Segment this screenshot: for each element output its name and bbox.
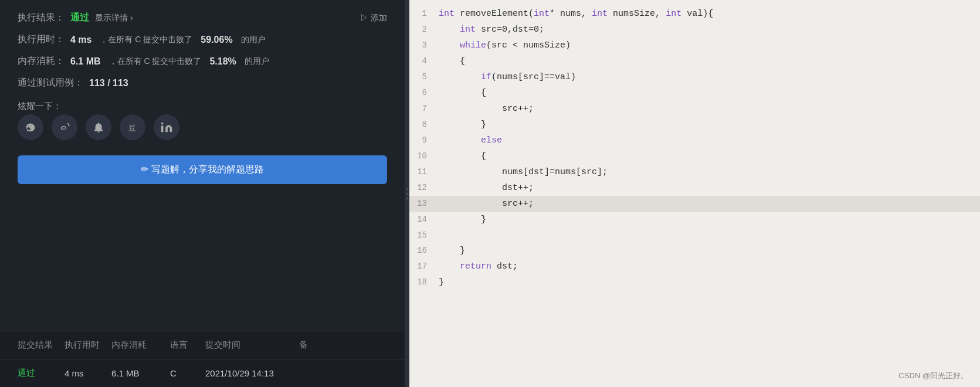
line-content-3: while(src < numsSize) — [439, 38, 980, 53]
mem-label: 内存消耗： — [18, 55, 65, 67]
test-cases-row: 通过测试用例： 113 / 113 — [18, 77, 387, 89]
submission-table: 提交结果 执行用时 内存消耗 语言 提交时间 备 通过 4 ms 6.1 MB … — [0, 331, 405, 387]
notification-icon[interactable] — [86, 114, 111, 140]
row-result: 通过 — [18, 368, 65, 379]
add-button[interactable]: ▷ 添加 — [360, 13, 387, 23]
time-label: 执行用时： — [18, 33, 65, 46]
header-time: 执行用时 — [65, 340, 111, 351]
pass-status: 通过 — [70, 12, 89, 24]
code-line-10: 10 { — [409, 148, 980, 164]
line-number-10: 10 — [409, 148, 439, 164]
line-number-14: 14 — [409, 212, 439, 227]
line-number-12: 12 — [409, 180, 439, 195]
row-date: 2021/10/29 14:13 — [205, 368, 299, 378]
line-number-15: 15 — [409, 228, 439, 243]
mem-value: 6.1 MB — [70, 56, 101, 67]
linkedin-icon[interactable] — [154, 114, 179, 140]
divider-dot-3 — [406, 198, 408, 199]
header-extra: 备 — [299, 340, 387, 351]
code-line-4: 4 { — [409, 53, 980, 69]
row-time: 4 ms — [65, 368, 111, 378]
show-detail-link[interactable]: 显示详情 › — [95, 13, 133, 23]
line-content-14: } — [439, 212, 980, 228]
line-number-16: 16 — [409, 243, 439, 258]
line-number-4: 4 — [409, 53, 439, 69]
share-label: 炫耀一下： — [18, 101, 387, 112]
test-label: 通过测试用例： — [18, 77, 83, 89]
code-line-1: 1int removeElement(int* nums, int numsSi… — [409, 6, 980, 22]
line-content-7: src++; — [439, 101, 980, 117]
code-line-5: 5 if(nums[src]==val) — [409, 69, 980, 85]
svg-text:豆: 豆 — [128, 124, 136, 133]
line-content-2: int src=0,dst=0; — [439, 22, 980, 38]
write-solution-button[interactable]: ✏ 写题解，分享我的解题思路 — [18, 155, 387, 184]
code-line-7: 7 src++; — [409, 101, 980, 117]
code-line-11: 11 nums[dst]=nums[src]; — [409, 164, 980, 180]
code-line-18: 18} — [409, 274, 980, 290]
time-value: 4 ms — [70, 35, 91, 45]
code-editor[interactable]: 1int removeElement(int* nums, int numsSi… — [409, 0, 980, 387]
weibo-icon[interactable] — [52, 114, 77, 140]
row-lang: C — [170, 368, 205, 378]
line-content-5: if(nums[src]==val) — [439, 70, 980, 85]
execution-result-label: 执行结果： — [18, 12, 65, 24]
line-number-8: 8 — [409, 117, 439, 132]
execution-result-row: 执行结果： 通过 显示详情 › ▷ 添加 — [18, 12, 387, 24]
code-line-6: 6 { — [409, 85, 980, 101]
code-line-8: 8 } — [409, 117, 980, 133]
header-lang: 语言 — [170, 340, 205, 351]
code-line-9: 9 else — [409, 133, 980, 148]
row-mem: 6.1 MB — [111, 368, 170, 378]
line-content-6: { — [439, 86, 980, 101]
panel-divider[interactable] — [405, 0, 409, 387]
time-percent: 59.06% — [201, 35, 232, 45]
line-number-17: 17 — [409, 259, 439, 274]
header-date: 提交时间 — [205, 340, 299, 351]
line-content-16: } — [439, 243, 980, 259]
line-number-13: 13 — [409, 196, 439, 211]
watermark: CSDN @阳光正好。 — [898, 371, 968, 381]
time-suffix: ，在所有 C 提交中击败了 — [100, 35, 192, 45]
test-value: 113 / 113 — [89, 78, 128, 89]
social-icons: 豆 — [18, 114, 387, 140]
line-content-1: int removeElement(int* nums, int numsSiz… — [439, 6, 980, 22]
code-line-13: 13 src++; — [409, 196, 980, 212]
code-line-2: 2 int src=0,dst=0; — [409, 22, 980, 38]
line-content-4: { — [439, 54, 980, 69]
douban-icon[interactable]: 豆 — [120, 114, 145, 140]
divider-dot-1 — [406, 188, 408, 190]
time-row: 执行用时： 4 ms ，在所有 C 提交中击败了 59.06% 的用户 — [18, 33, 387, 46]
line-number-5: 5 — [409, 69, 439, 84]
line-content-18: } — [439, 275, 980, 290]
line-number-18: 18 — [409, 274, 439, 290]
left-panel: 执行结果： 通过 显示详情 › ▷ 添加 执行用时： 4 ms ，在所有 C 提… — [0, 0, 405, 387]
line-number-9: 9 — [409, 133, 439, 148]
line-content-12: dst++; — [439, 181, 980, 196]
table-header: 提交结果 执行用时 内存消耗 语言 提交时间 备 — [0, 331, 405, 359]
time-unit: 的用户 — [241, 35, 266, 45]
code-line-16: 16 } — [409, 243, 980, 259]
line-content-17: return dst; — [439, 259, 980, 274]
code-line-14: 14 } — [409, 212, 980, 228]
mem-percent: 5.18% — [209, 56, 236, 67]
code-line-12: 12 dst++; — [409, 180, 980, 196]
line-content-10: { — [439, 149, 980, 164]
line-number-2: 2 — [409, 22, 439, 37]
line-content-11: nums[dst]=nums[src]; — [439, 165, 980, 180]
table-row[interactable]: 通过 4 ms 6.1 MB C 2021/10/29 14:13 — [0, 359, 405, 387]
line-number-7: 7 — [409, 101, 439, 116]
mem-row: 内存消耗： 6.1 MB ，在所有 C 提交中击败了 5.18% 的用户 — [18, 55, 387, 67]
wechat-icon[interactable] — [18, 114, 43, 140]
line-content-13: src++; — [439, 196, 980, 212]
mem-suffix: ，在所有 C 提交中击败了 — [109, 56, 202, 67]
code-line-15: 15 — [409, 228, 980, 243]
header-mem: 内存消耗 — [111, 340, 170, 351]
right-panel: 1int removeElement(int* nums, int numsSi… — [409, 0, 980, 387]
header-result: 提交结果 — [18, 340, 65, 351]
share-section: 炫耀一下： 豆 — [18, 99, 387, 140]
code-line-3: 3 while(src < numsSize) — [409, 38, 980, 53]
line-content-9: else — [439, 133, 980, 148]
mem-unit: 的用户 — [245, 56, 269, 67]
code-line-17: 17 return dst; — [409, 259, 980, 274]
line-number-3: 3 — [409, 38, 439, 53]
